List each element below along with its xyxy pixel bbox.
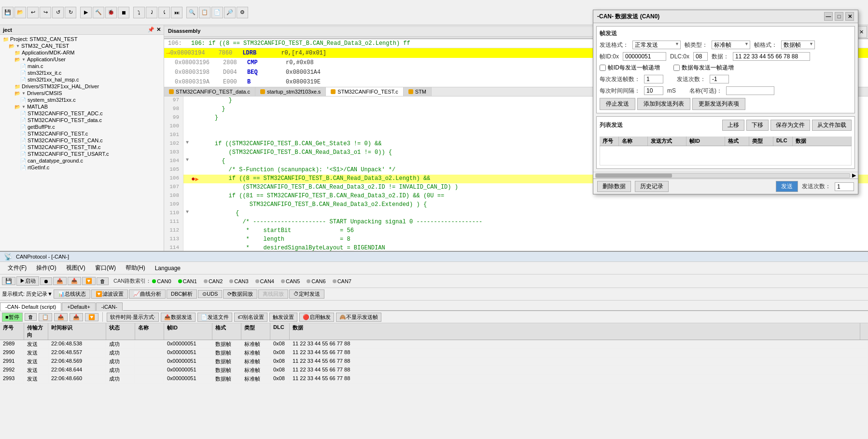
line-expand-icon[interactable]: ▼ bbox=[183, 140, 191, 149]
toolbar-btn-paste[interactable]: 📄 bbox=[211, 7, 223, 18]
panel-maximize-btn[interactable]: □ bbox=[835, 12, 843, 21]
alias-btn[interactable]: 🏷别名设置 bbox=[234, 313, 267, 322]
tree-item[interactable]: 📄STM32CANFIFO_TEST_data.c bbox=[1, 117, 163, 123]
can-table-row[interactable]: 2990发送22:06:48.557成功0x00000051数据帧标准帧0x08… bbox=[0, 349, 868, 357]
toolbar-btn-open[interactable]: 📂 bbox=[14, 7, 26, 18]
send-file-btn[interactable]: 📄发送文件 bbox=[197, 313, 232, 322]
tree-item[interactable]: 📄STM32CANFIFO_TEST_USART.c bbox=[1, 151, 163, 157]
tree-item[interactable]: 📄STM32CANFIFO_TEST.c bbox=[1, 130, 163, 137]
can-menu-item[interactable]: 帮助(H) bbox=[122, 263, 149, 273]
toolbar-btn-stepover[interactable]: ⤸ bbox=[146, 7, 157, 18]
uds-btn[interactable]: ⊙UDS bbox=[198, 290, 222, 298]
can-menu-item[interactable]: 视图(V) bbox=[62, 263, 89, 273]
send-count-final-input[interactable] bbox=[835, 182, 854, 191]
dbc-parse-btn[interactable]: DBC解析 bbox=[167, 289, 197, 299]
toolbar-btn-settings[interactable]: ⚙ bbox=[237, 7, 248, 18]
tree-item[interactable]: 📄STM32CANFIFO_TEST_TIM.c bbox=[1, 144, 163, 151]
panel-close[interactable]: ✕ bbox=[156, 27, 161, 33]
auto-inc-data-cb[interactable] bbox=[673, 65, 680, 71]
tree-item[interactable]: 📄STM32CANFIFO_TEST_CAN.c bbox=[1, 137, 163, 144]
source-tab[interactable]: STM32CANFIFO_TEST.c bbox=[326, 87, 403, 96]
frame-id-input[interactable] bbox=[623, 52, 666, 61]
tree-item[interactable]: 📁Drivers/STM32F1xx_HAL_Driver bbox=[1, 83, 163, 90]
script-tab-ican[interactable]: -iCAN- bbox=[96, 302, 123, 311]
can-menu-item[interactable]: 窗口(W) bbox=[91, 263, 120, 273]
channel-item-can1[interactable]: CAN1 bbox=[178, 278, 197, 284]
toolbar-export-btn[interactable]: 📤 bbox=[53, 277, 67, 285]
toolbar-btn-copy[interactable]: 📋 bbox=[199, 7, 210, 18]
toolbar-btn-find[interactable]: 🔎 bbox=[224, 7, 236, 18]
toolbar-btn-save[interactable]: 💾 bbox=[2, 7, 14, 18]
can-table-row[interactable]: 2993发送22:06:48.660成功0x00000051数据帧标准帧0x08… bbox=[0, 375, 868, 384]
script-tab-default[interactable]: -CAN- Default (script) bbox=[0, 302, 61, 311]
can-table-body[interactable]: 2989发送22:06:48.538成功0x00000051数据帧标准帧0x08… bbox=[0, 340, 868, 439]
line-expand-icon[interactable]: ▼ bbox=[183, 157, 191, 166]
tree-item[interactable]: 📄system_stm32f1xx.c bbox=[1, 96, 163, 103]
offline-replay-btn[interactable]: 离线回放 bbox=[258, 289, 288, 299]
interval-input[interactable] bbox=[644, 86, 663, 95]
touch-settings-btn[interactable]: 触发设置 bbox=[269, 313, 297, 322]
channel-item-can4[interactable]: CAN4 bbox=[255, 278, 274, 284]
send-format-select[interactable]: 正常发送 bbox=[632, 41, 681, 49]
toolbar-btn-debug[interactable]: 🐞 bbox=[105, 7, 117, 18]
auto-inc-id-cb[interactable] bbox=[600, 65, 606, 71]
toolbar-btn-step[interactable]: ⤵ bbox=[133, 7, 145, 18]
toolbar-btn-redo[interactable]: ↪ bbox=[40, 7, 51, 18]
script-tab-plus[interactable]: +Default+ bbox=[62, 302, 96, 311]
panel-minimize-btn[interactable]: — bbox=[824, 12, 833, 21]
import-btn2[interactable]: 📥 bbox=[70, 313, 83, 321]
toolbar-btn-redo2[interactable]: ↺ bbox=[52, 7, 64, 18]
delete-data-btn[interactable]: 删除数据 bbox=[597, 181, 631, 192]
pause-btn[interactable]: ■暂停 bbox=[2, 313, 23, 322]
update-list-btn[interactable]: 更新发送列表项 bbox=[692, 98, 745, 110]
move-up-btn[interactable]: 上移 bbox=[722, 120, 744, 131]
toolbar-btn-stop[interactable]: ⏹ bbox=[118, 7, 129, 18]
toolbar-btn-next[interactable]: ⏭ bbox=[171, 7, 182, 18]
software-time-btn[interactable]: 软件时间·显示方式· bbox=[107, 313, 159, 322]
toolbar-btn-run[interactable]: ▶ bbox=[80, 7, 92, 18]
toolbar-btn-stepout[interactable]: ⤹ bbox=[158, 7, 170, 18]
frame-type-select[interactable]: 标准帧 bbox=[712, 41, 750, 49]
can-menu-item[interactable]: Language bbox=[151, 264, 184, 273]
name-input[interactable] bbox=[726, 86, 774, 95]
h-scrollbar[interactable]: ▶ bbox=[593, 172, 858, 178]
toolbar-btn-undo[interactable]: ↩ bbox=[27, 7, 39, 18]
can-table-row[interactable]: 2989发送22:06:48.538成功0x00000051数据帧标准帧0x08… bbox=[0, 340, 868, 349]
tree-item[interactable]: 📂▼Drivers/CMSIS bbox=[1, 90, 163, 96]
toolbar-btn-redo3[interactable]: ↻ bbox=[65, 7, 76, 18]
can-menu-item[interactable]: 操作(O) bbox=[32, 263, 60, 273]
toolbar-btn-zoom[interactable]: 🔍 bbox=[186, 7, 198, 18]
filter-settings-btn[interactable]: 🔽滤波设置 bbox=[91, 289, 128, 299]
curve-analysis-btn[interactable]: 📈曲线分析 bbox=[129, 289, 166, 299]
source-tab[interactable]: STM bbox=[404, 87, 432, 96]
channel-item-can5[interactable]: CAN5 bbox=[281, 278, 300, 284]
tree-item[interactable]: 📂▼STM32_CAN_TEST bbox=[1, 42, 163, 49]
toolbar-start-btn[interactable]: ▶启动 bbox=[16, 276, 39, 286]
send-final-btn[interactable]: 发送 bbox=[776, 181, 798, 192]
load-file-btn[interactable]: 从文件加载 bbox=[812, 120, 852, 131]
channel-item-can3[interactable]: CAN3 bbox=[229, 278, 248, 284]
clear-btn2[interactable]: 🗑 bbox=[25, 313, 37, 321]
tree-item[interactable]: 📄stm32f1xx_hal_msp.c bbox=[1, 76, 163, 83]
tree-item[interactable]: 📄can_datatype_ground.c bbox=[1, 157, 163, 164]
tree-item[interactable]: 📄main.c bbox=[1, 63, 163, 69]
scrollbar-thumb[interactable] bbox=[596, 174, 672, 178]
send-times-input[interactable] bbox=[710, 75, 729, 83]
channel-item-can0[interactable]: CAN0 bbox=[152, 278, 171, 284]
tree-item[interactable]: 📂▼Application/User bbox=[1, 56, 163, 63]
display-mode-label[interactable]: 显示模式: 历史记录▼ bbox=[2, 290, 53, 298]
filter-btn2[interactable]: 🔽 bbox=[85, 313, 98, 321]
panel-close-btn[interactable]: ✕ bbox=[845, 12, 854, 21]
toolbar-filter-btn[interactable]: 🔽 bbox=[82, 277, 96, 285]
tree-item[interactable]: 📁Application/MDK-ARM bbox=[1, 49, 163, 56]
panel-pin[interactable]: 📌 bbox=[148, 27, 154, 33]
dlc-input[interactable] bbox=[693, 52, 708, 61]
add-to-list-btn[interactable]: 添加到发送列表 bbox=[637, 98, 690, 110]
tree-root[interactable]: 📁 Project: STM32_CAN_TEST bbox=[1, 36, 163, 42]
line-expand-icon[interactable]: ▼ bbox=[183, 209, 191, 218]
toolbar-btn-build[interactable]: 🔨 bbox=[93, 7, 104, 18]
export-btn2[interactable]: 📤 bbox=[54, 313, 68, 321]
toolbar-save-btn[interactable]: 💾 bbox=[2, 277, 15, 285]
data-replay-btn[interactable]: ⟳数据回放 bbox=[223, 289, 257, 299]
hide-send-btn[interactable]: 🙈不显示发送帧 bbox=[336, 313, 381, 322]
